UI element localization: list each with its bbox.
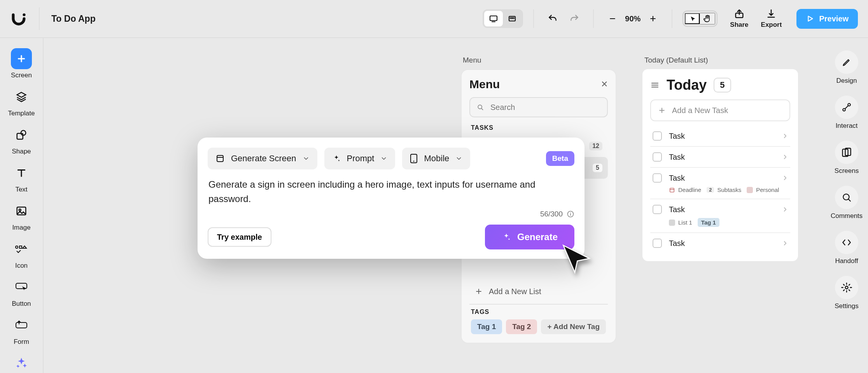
right-screens[interactable]: Screens xyxy=(835,141,859,175)
tag-chip-1[interactable]: Tag 1 xyxy=(471,319,502,334)
svg-rect-3 xyxy=(510,17,512,19)
task-row[interactable]: Task Deadline 2 Subtasks Personal xyxy=(650,168,790,199)
today-panel[interactable]: Today 5 Add a New Task Task Task Tas xyxy=(642,69,798,261)
sparkle-icon xyxy=(502,232,511,242)
divider xyxy=(533,9,534,28)
project-title[interactable]: To Do App xyxy=(51,14,96,24)
today-frame-label[interactable]: Today (Default List) xyxy=(644,56,708,64)
task-label: Task xyxy=(669,239,775,248)
undo-button[interactable] xyxy=(544,10,561,27)
device-toggle xyxy=(483,9,523,28)
chevron-down-icon xyxy=(455,155,462,162)
task-label: Task xyxy=(669,205,775,214)
add-task-label: Add a New Task xyxy=(672,106,728,115)
info-icon[interactable] xyxy=(567,210,574,218)
checkbox[interactable] xyxy=(653,239,662,248)
zoom-out-button[interactable] xyxy=(604,10,621,27)
close-icon[interactable]: ✕ xyxy=(601,79,608,89)
tag-chip-2[interactable]: Tag 2 xyxy=(506,319,537,334)
generate-button[interactable]: Generate xyxy=(485,225,574,249)
gear-icon xyxy=(835,276,858,299)
app-logo[interactable] xyxy=(10,10,27,27)
hamburger-icon[interactable] xyxy=(650,80,660,90)
task-row[interactable]: Task xyxy=(650,126,790,147)
svg-rect-1 xyxy=(490,16,497,21)
tasks-section-label: TASKS xyxy=(471,124,606,131)
right-handoff[interactable]: Handoff xyxy=(835,231,858,265)
hand-tool-button[interactable] xyxy=(700,13,715,24)
tool-screen[interactable]: Screen xyxy=(0,46,43,82)
desktop-view-button[interactable] xyxy=(484,11,503,26)
svg-point-20 xyxy=(478,105,482,109)
tool-image-label: Image xyxy=(12,224,30,232)
zoom-in-button[interactable] xyxy=(644,10,662,27)
menu-title: Menu xyxy=(469,78,500,91)
comments-icon xyxy=(835,186,858,209)
chevron-right-icon xyxy=(782,240,789,247)
task-row[interactable]: Task xyxy=(650,147,790,168)
right-settings-label: Settings xyxy=(835,302,858,310)
redo-button[interactable] xyxy=(566,10,583,27)
interact-icon xyxy=(835,96,858,119)
prompt-text[interactable]: Generate a sign in screen including a he… xyxy=(208,177,574,206)
task-row[interactable]: Task xyxy=(650,233,790,253)
tags-section-label: TAGS xyxy=(471,309,606,315)
add-list-button[interactable]: Add a New List xyxy=(469,282,608,301)
tool-shape[interactable]: Shape xyxy=(0,122,43,158)
today-title: Today xyxy=(667,77,707,93)
calendar-icon xyxy=(669,187,675,193)
tablet-view-button[interactable] xyxy=(503,11,522,26)
search-input[interactable] xyxy=(469,97,608,117)
tool-image[interactable]: Image xyxy=(0,198,43,234)
subtasks-chip: 2 Subtasks xyxy=(707,186,741,193)
chevron-right-icon xyxy=(782,132,789,139)
svg-point-10 xyxy=(16,246,18,248)
task-row[interactable]: Task List 1 Tag 1 xyxy=(650,199,790,233)
right-interact[interactable]: Interact xyxy=(835,96,858,130)
checkbox[interactable] xyxy=(653,205,662,214)
tag-chip: Tag 1 xyxy=(698,218,719,227)
svg-point-24 xyxy=(413,161,415,162)
try-example-button[interactable]: Try example xyxy=(208,227,271,247)
menu-frame-label[interactable]: Menu xyxy=(463,56,481,64)
canvas-tool-toggle xyxy=(682,10,718,27)
generate-label: Generate xyxy=(517,232,558,242)
checkbox[interactable] xyxy=(653,152,662,162)
pointer-tool-button[interactable] xyxy=(685,13,700,24)
right-settings[interactable]: Settings xyxy=(835,276,858,310)
right-design[interactable]: Design xyxy=(835,51,858,85)
prompt-type-dropdown[interactable]: Prompt xyxy=(324,148,396,169)
divider xyxy=(469,304,608,305)
tool-icon[interactable]: Icon xyxy=(0,236,43,272)
tool-text[interactable]: Text xyxy=(0,160,43,196)
export-button[interactable]: Export xyxy=(761,9,782,29)
chevron-right-icon xyxy=(782,174,789,181)
tool-form[interactable]: Form xyxy=(0,312,43,348)
checkbox[interactable] xyxy=(653,131,662,141)
search-icon xyxy=(476,103,484,111)
tool-magic[interactable]: Magic xyxy=(0,350,43,373)
tool-template[interactable]: Template xyxy=(0,84,43,120)
svg-point-0 xyxy=(23,13,25,16)
generate-dialog: Generate Screen Prompt Mobile Beta Gener… xyxy=(198,138,584,259)
generate-type-dropdown[interactable]: Generate Screen xyxy=(208,148,317,169)
plus-icon xyxy=(475,288,483,295)
tool-form-label: Form xyxy=(14,338,29,346)
mobile-icon xyxy=(410,153,418,164)
right-comments[interactable]: Comments xyxy=(831,186,863,220)
preview-button[interactable]: Preview xyxy=(796,9,858,29)
tool-button[interactable]: Button xyxy=(0,274,43,310)
divider xyxy=(39,7,40,30)
char-count: 56/300 xyxy=(540,210,563,218)
search-field[interactable] xyxy=(490,103,601,112)
task-label: Task xyxy=(669,153,775,162)
add-tag-chip[interactable]: + Add New Tag xyxy=(541,319,606,334)
chevron-right-icon xyxy=(782,153,789,160)
today-menu-count: 5 xyxy=(593,164,602,172)
add-task-button[interactable]: Add a New Task xyxy=(650,99,790,121)
checkbox[interactable] xyxy=(653,173,662,183)
zoom-level[interactable]: 90% xyxy=(625,14,640,23)
prompt-type-label: Prompt xyxy=(347,153,374,164)
device-dropdown[interactable]: Mobile xyxy=(402,148,470,169)
share-button[interactable]: Share xyxy=(730,9,748,29)
